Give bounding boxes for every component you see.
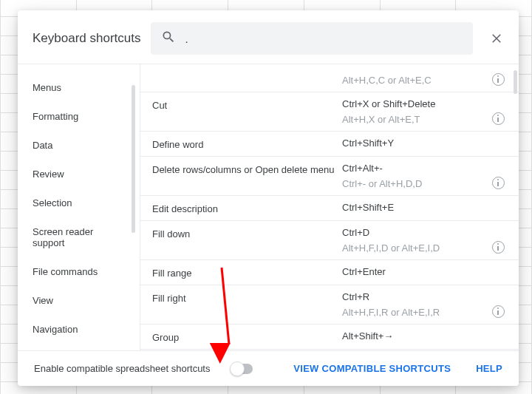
shortcut-key: Ctrl+Enter [342,266,489,279]
sidebar-item-help[interactable]: Help [18,344,140,350]
shortcut-key: Ctrl+Shift+Y [342,137,489,150]
dialog-body: MenusFormattingDataReviewSelectionScreen… [18,64,519,350]
sidebar-item-formatting[interactable]: Formatting [18,102,140,131]
command-name: Fill down [152,227,342,254]
shortcut-key: Ctrl+Shift+E [342,202,489,214]
view-compatible-button[interactable]: View compatible shortcuts [290,357,454,380]
command-name: Cut [152,98,342,125]
shortcut-key: Ctrl+DAlt+H,F,I,D or Alt+E,I,D [342,227,489,254]
shortcut-row: Edit descriptionCtrl+Shift+E [140,196,519,221]
command-name: Fill range [152,266,342,279]
command-name: Edit description [152,202,342,214]
sidebar-item-file-commands[interactable]: File commands [18,257,140,286]
shortcut-row: Delete rows/columns or Open delete menuC… [140,157,519,196]
compat-toggle[interactable] [231,364,253,374]
sidebar: MenusFormattingDataReviewSelectionScreen… [18,64,140,350]
shortcut-alt: Alt+H,F,I,D or Alt+E,I,D [342,242,489,254]
info-icon[interactable] [492,112,505,125]
sidebar-item-navigation[interactable]: Navigation [18,315,140,344]
dialog-title: Keyboard shortcuts [33,31,140,46]
shortcut-alt: Alt+H,C,C or Alt+E,C [342,75,489,86]
command-name: Group [152,330,342,343]
shortcut-row: Fill rangeCtrl+Enter [140,260,519,285]
dialog-header: Keyboard shortcuts [18,10,519,64]
dialog-footer: Enable compatible spreadsheet shortcuts … [18,350,519,386]
sidebar-item-review[interactable]: Review [18,160,140,188]
shortcut-row: Alt+H,C,C or Alt+E,C [140,64,519,92]
shortcut-key: Ctrl+RAlt+H,F,I,R or Alt+E,I,R [342,291,489,318]
shortcut-row: CutCtrl+X or Shift+DeleteAlt+H,X or Alt+… [140,92,519,132]
sidebar-item-screen-reader-support[interactable]: Screen reader support [18,217,140,257]
info-icon[interactable] [492,177,505,189]
info-icon[interactable] [492,241,505,254]
shortcut-row: Fill rightCtrl+RAlt+H,F,I,R or Alt+E,I,R [140,285,519,325]
sidebar-item-menus[interactable]: Menus [18,73,140,102]
search-icon [161,30,176,47]
command-name: Define word [152,137,342,150]
shortcut-alt: Ctrl+- or Alt+H,D,D [342,178,489,189]
shortcut-key: Alt+Shift+→ [342,330,489,343]
close-button[interactable] [483,25,510,52]
shortcut-row: Define wordCtrl+Shift+Y [140,132,519,157]
info-icon[interactable] [492,305,505,318]
shortcut-alt: Alt+H,F,I,R or Alt+E,I,R [342,307,489,318]
shortcuts-panel: Alt+H,C,C or Alt+E,CCutCtrl+X or Shift+D… [140,64,519,350]
shortcut-key: Alt+H,C,C or Alt+E,C [342,70,489,86]
command-name: Fill right [152,291,342,318]
shortcut-alt: Alt+H,X or Alt+E,T [342,114,489,125]
search-box[interactable] [151,22,473,55]
shortcut-row: GroupAlt+Shift+→ [140,325,519,350]
main-scrollbar[interactable] [514,70,517,94]
search-input[interactable] [185,33,463,45]
command-name [152,70,342,86]
shortcut-row: Fill downCtrl+DAlt+H,F,I,D or Alt+E,I,D [140,221,519,260]
sidebar-scrollbar[interactable] [132,85,135,233]
shortcut-key: Ctrl+X or Shift+DeleteAlt+H,X or Alt+E,T [342,98,489,125]
sidebar-item-selection[interactable]: Selection [18,188,140,217]
command-name: Delete rows/columns or Open delete menu [152,163,342,189]
keyboard-shortcuts-dialog: Keyboard shortcuts MenusFormattingDataRe… [18,10,519,386]
toggle-label: Enable compatible spreadsheet shortcuts [34,363,210,374]
help-button[interactable]: Help [473,357,505,380]
sidebar-item-data[interactable]: Data [18,131,140,160]
sidebar-item-view[interactable]: View [18,286,140,315]
shortcut-key: Ctrl+Alt+-Ctrl+- or Alt+H,D,D [342,163,489,189]
info-icon[interactable] [492,73,505,86]
